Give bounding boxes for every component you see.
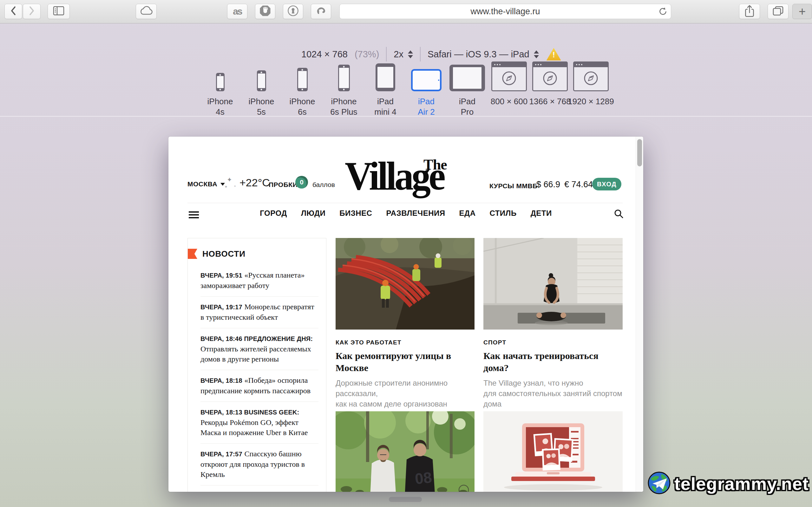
rates-label: КУРСЫ ММВБ (490, 182, 538, 190)
polaroid-3 (542, 448, 560, 470)
iphone-4s-icon (216, 73, 224, 91)
browser-window-icon (573, 61, 609, 91)
article-street-repair[interactable]: КАК ЭТО РАБОТАЕТ Как ремонтируют улицы в… (336, 238, 474, 430)
device-iphone-5s[interactable]: iPhone5s (238, 65, 285, 117)
url-bar[interactable]: www.the-village.ru (339, 4, 671, 19)
tab-overview-button[interactable] (768, 4, 789, 19)
separator (420, 47, 420, 61)
device-ipad-pro[interactable]: iPadPro (444, 65, 491, 117)
device-ipad-mini-4[interactable]: iPadmini 4 (362, 65, 409, 117)
article-home-training[interactable]: СПОРТ Как начать тренироваться дома? The… (484, 238, 623, 409)
screen-800x600[interactable]: 800 × 600 (485, 65, 533, 107)
news-item[interactable]: ВЧЕРА, 19:17 Монорельс превратят в турис… (200, 297, 318, 328)
traffic-badge: 0 (295, 176, 308, 188)
onepassword-extension-button[interactable] (283, 4, 303, 19)
separator (386, 47, 387, 61)
login-button[interactable]: ВХОД (592, 178, 621, 190)
rdm-status-row: 1024 × 768 (73%) 2x Safari — iOS 9.3 — i… (301, 46, 561, 62)
news-item[interactable]: ВЧЕРА, 17:57 Спасскую башню откроют для … (200, 444, 318, 486)
rdm-panel-edge (0, 116, 812, 117)
back-button[interactable] (4, 4, 22, 19)
news-item[interactable]: ВЧЕРА, 18:46 ПРЕДЛОЖЕНИЕ ДНЯ: Отправлять… (200, 328, 318, 370)
back-chevron-icon (10, 5, 17, 17)
article-category[interactable]: СПОРТ (484, 339, 623, 346)
article-category[interactable]: КАК ЭТО РАБОТАЕТ (336, 339, 474, 346)
evernote-elephant-icon (315, 5, 327, 18)
browser-toolbar: as www.the-village.ru + (0, 0, 812, 23)
user-agent-value: Safari — iOS 9.3 — iPad (427, 49, 529, 60)
news-item[interactable]: ВЧЕРА, 18:18 «Победа» оспорила предписан… (200, 370, 318, 402)
nav-razvlecheniya[interactable]: РАЗВЛЕЧЕНИЯ (386, 209, 445, 218)
article-description: The Village узнал, что нужно для самосто… (484, 378, 623, 409)
news-item[interactable]: ВЧЕРА, 18:13 BUSINESS GEEK: Рекорды Poké… (200, 402, 318, 444)
browser-window-icon (491, 61, 527, 91)
scale-stepper-icon[interactable] (408, 50, 413, 58)
device-iphone-6s[interactable]: iPhone6s (278, 65, 326, 117)
article-title[interactable]: Как ремонтируют улицы в Москве (336, 350, 474, 374)
evernote-extension-button[interactable] (311, 4, 331, 19)
cloud-icon (139, 6, 153, 17)
forward-button[interactable] (23, 4, 41, 19)
temperature: +22°C (240, 176, 270, 189)
traffic-label: ПРОБКИ (269, 181, 298, 188)
header-divider (188, 203, 623, 203)
nav-deti[interactable]: ДЕТИ (531, 209, 552, 218)
tabs-icon (772, 5, 784, 17)
nav-lyudi[interactable]: ЛЮДИ (301, 209, 325, 218)
lastfm-icon: as (233, 6, 241, 17)
news-flag-icon (188, 249, 197, 259)
menu-burger-icon[interactable] (189, 211, 199, 220)
browser-window-icon (532, 61, 568, 91)
usd-rate: $ 66.9 (537, 180, 560, 189)
search-icon[interactable] (614, 209, 624, 220)
screen-1920x1289[interactable]: 1920 × 1289 (567, 65, 615, 107)
nav-stil[interactable]: СТИЛЬ (490, 209, 516, 218)
scale-value: 2x (394, 49, 403, 60)
article-image-yoga[interactable] (484, 238, 623, 330)
news-item[interactable]: ВЧЕРА, 19:51 «Русская планета» заморажив… (200, 265, 318, 297)
url-text: www.the-village.ru (470, 7, 540, 16)
icloud-tabs-button[interactable] (136, 4, 157, 19)
zoom-level: (73%) (355, 49, 379, 60)
article-image-two-men-park[interactable]: 08 (336, 411, 474, 492)
lastfm-extension-button[interactable]: as (227, 4, 247, 19)
news-panel: НОВОСТИ ВЧЕРА, 19:51 «Русская планета» з… (188, 238, 326, 492)
device-iphone-4s[interactable]: iPhone4s (196, 65, 244, 117)
traffic-units: баллов (312, 181, 335, 188)
reload-icon[interactable] (658, 7, 668, 18)
scrollbar-track[interactable] (636, 136, 643, 492)
article-image-laptop-illustration[interactable] (484, 411, 623, 492)
nav-gorod[interactable]: ГОРОД (260, 209, 287, 218)
adblock-extension-button[interactable] (255, 4, 275, 19)
user-agent-stepper-icon[interactable] (534, 50, 539, 58)
site-logo[interactable]: Village The (345, 156, 468, 204)
scale-control[interactable]: 2x (394, 49, 413, 60)
warning-icon[interactable]: ! (547, 48, 561, 61)
user-agent-control[interactable]: Safari — iOS 9.3 — iPad (427, 49, 539, 60)
plus-icon: + (799, 5, 806, 17)
share-icon (744, 4, 755, 19)
sidebar-icon (53, 6, 64, 17)
news-list: ВЧЕРА, 19:51 «Русская планета» заморажив… (200, 265, 318, 486)
ipad-mini-4-icon (375, 63, 395, 91)
device-ipad-air-2-selected[interactable]: iPadAir 2 (403, 65, 450, 117)
viewport-size: 1024 × 768 (301, 49, 348, 60)
article-title[interactable]: Как начать тренироваться дома? (484, 350, 623, 374)
screen-1366x768[interactable]: 1366 × 768 (526, 65, 574, 107)
scrollbar-thumb[interactable] (637, 139, 642, 166)
nav-biznes[interactable]: БИЗНЕС (339, 209, 372, 218)
new-tab-button[interactable]: + (792, 4, 812, 19)
nav-eda[interactable]: ЕДА (459, 209, 476, 218)
sidebar-toggle-button[interactable] (48, 4, 70, 19)
city-selector[interactable]: МОСКВА (188, 180, 225, 188)
hand-octagon-icon (259, 5, 271, 18)
iphone-6s-icon (297, 68, 308, 91)
desktop: as www.the-village.ru + 1024 × 768 (73%) (0, 0, 812, 507)
ipad-air-2-icon (411, 69, 442, 91)
eur-rate: € 74.64 (564, 180, 593, 189)
news-title: НОВОСТИ (202, 249, 246, 259)
share-button[interactable] (739, 4, 760, 19)
device-iphone-6s-plus[interactable]: iPhone6s Plus (320, 65, 368, 117)
article-image-street-repair[interactable] (336, 238, 474, 330)
telegram-globe-icon (647, 471, 671, 496)
